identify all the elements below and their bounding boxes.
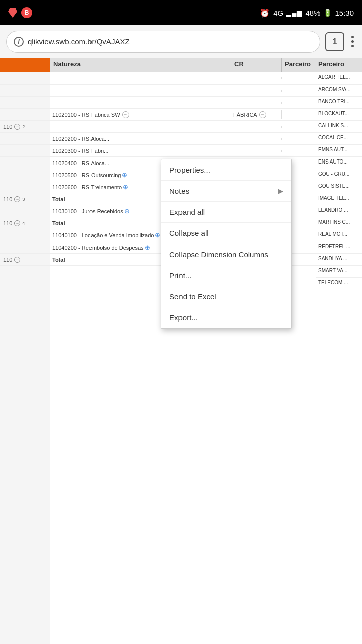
left-num-row [0, 109, 50, 121]
collapse-icon[interactable]: − [14, 220, 20, 226]
parceiro-list: Parceiro ALGAR TEL... ARCOM S/A... BANCO… [316, 58, 362, 285]
parceiro-item: TELECOM ... [316, 278, 362, 285]
signal-bars-icon: ▂▄▆ [286, 9, 302, 17]
submenu-arrow-icon: ▶ [278, 187, 283, 195]
parceiro-item: MARTINS C... [316, 217, 362, 229]
collapse-icon[interactable]: − [14, 257, 20, 263]
parceiro-item: EMNS AUT... [316, 145, 362, 157]
column-header-cr: CR [231, 58, 282, 72]
collapse-icon[interactable]: − [14, 124, 20, 130]
parceiro-item: REDETREL ... [316, 242, 362, 254]
battery-icon: 🔋 [323, 9, 332, 17]
ctx-item-properties[interactable]: Properties... [161, 159, 291, 181]
table-row [50, 85, 362, 97]
left-num-row [0, 169, 50, 181]
minus-icon[interactable]: − [259, 111, 266, 118]
table-row [50, 97, 362, 109]
status-left-icons: B [8, 7, 32, 18]
parceiro-item: BLOCKAUT... [316, 109, 362, 121]
browser-bar: i qlikview.swb.com.br/QvAJAXZ 1 [0, 25, 362, 58]
url-box[interactable]: i qlikview.swb.com.br/QvAJAXZ [6, 31, 320, 53]
left-num-row [0, 157, 50, 169]
table-row-11020300: 11020300 - RS Fábri... [50, 145, 362, 157]
left-num-row [0, 242, 50, 254]
parceiro-item: GOU - GRU... [316, 169, 362, 181]
dot-icon [351, 36, 354, 38]
left-num-row [0, 229, 50, 242]
left-num-row [0, 72, 50, 85]
content-area: Natureza CR Parceiro 110 − 2 110 − [0, 58, 362, 644]
dot-icon [351, 40, 354, 43]
table-header: Natureza CR Parceiro [50, 58, 362, 72]
ctx-item-expand-all[interactable]: Expand all [161, 202, 291, 223]
minus-icon[interactable]: − [122, 111, 129, 118]
table-row-11020200: 11020200 - RS Aloca... [50, 133, 362, 145]
info-icon: i [14, 37, 24, 47]
left-num-row [0, 181, 50, 193]
left-num-row-110: 110 − [0, 254, 50, 266]
parceiro-item: LEANDRO ... [316, 205, 362, 217]
plus-icon[interactable]: ⊕ [155, 231, 160, 239]
ctx-item-notes[interactable]: Notes ▶ [161, 181, 291, 202]
plus-icon[interactable]: ⊕ [122, 171, 127, 179]
left-num-row [0, 205, 50, 217]
context-menu: Properties... Notes ▶ Expand all Collaps… [161, 159, 292, 329]
parceiro-item: SMART VA... [316, 266, 362, 278]
left-col-numbers: 110 − 2 110 − 3 110 − 4 110 [0, 72, 50, 644]
ctx-item-export[interactable]: Export... [161, 307, 291, 328]
left-num-row-110-2: 110 − 2 [0, 121, 50, 133]
browser-menu-button[interactable] [349, 34, 356, 49]
drop-icon [8, 8, 17, 18]
parceiro-item: SANDHYA ... [316, 254, 362, 266]
ctx-item-send-to-excel[interactable]: Send to Excel [161, 286, 291, 307]
parceiro-item: REAL MOT... [316, 229, 362, 242]
parceiro-item: GOU SISTE... [316, 181, 362, 193]
left-num-row-110-3: 110 − 3 [0, 193, 50, 205]
status-bar: B ⏰ 4G ▂▄▆ 48% 🔋 15:30 [0, 0, 362, 25]
parceiro-item: ENS AUTO... [316, 157, 362, 169]
ctx-item-collapse-all[interactable]: Collapse all [161, 223, 291, 244]
parceiro-item: IMAGE TEL... [316, 193, 362, 205]
plus-icon[interactable]: ⊕ [145, 244, 150, 251]
status-right-icons: ⏰ 4G ▂▄▆ 48% 🔋 15:30 [260, 8, 354, 18]
parceiro-item: CALLINK S... [316, 121, 362, 133]
battery-percent: 48% [305, 9, 320, 17]
plus-icon[interactable]: ⊕ [123, 183, 128, 191]
parceiro-item: COCAL CE... [316, 133, 362, 145]
left-num-row [0, 85, 50, 97]
table-view: Natureza CR Parceiro 110 − 2 110 − [0, 58, 362, 644]
url-text: qlikview.swb.com.br/QvAJAXZ [28, 37, 130, 46]
parceiro-item: ALGAR TEL... [316, 72, 362, 85]
table-row [50, 72, 362, 85]
ctx-item-collapse-dimension-columns[interactable]: Collapse Dimension Columns [161, 244, 291, 265]
tab-count-button[interactable]: 1 [325, 32, 344, 51]
dot-icon [351, 45, 354, 47]
collapse-icon[interactable]: − [14, 196, 20, 202]
alarm-icon: ⏰ [260, 8, 270, 18]
parceiro-item: BANCO TRI... [316, 97, 362, 109]
parceiro-item: ARCOM S/A... [316, 85, 362, 97]
left-num-row [0, 145, 50, 157]
parceiro-header: Parceiro [316, 58, 362, 72]
b-badge-icon: B [21, 7, 32, 18]
left-num-row-110-4: 110 − 4 [0, 217, 50, 229]
plus-icon[interactable]: ⊕ [124, 207, 130, 215]
row-text: 11020100 - RS Fábrica SW [52, 112, 120, 118]
table-row-11020100: 11020100 - RS Fábrica SW − FÁBRICA − [50, 109, 362, 121]
table-row-group-1102 [50, 121, 362, 133]
network-type: 4G [273, 9, 283, 17]
left-num-row [0, 97, 50, 109]
column-header-natureza: Natureza [50, 58, 231, 72]
clock-time: 15:30 [335, 9, 354, 17]
table-rows: 11020100 - RS Fábrica SW − FÁBRICA − 110… [50, 72, 362, 644]
ctx-item-print[interactable]: Print... [161, 265, 291, 286]
left-num-row [0, 133, 50, 145]
